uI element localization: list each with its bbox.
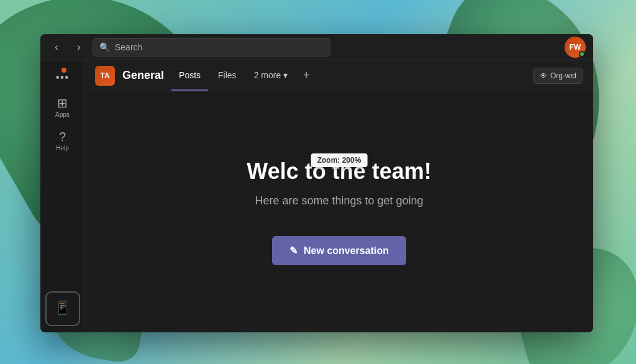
team-icon: TA: [95, 66, 115, 86]
back-icon: ‹: [55, 42, 58, 53]
new-conversation-label: New conversation: [304, 245, 389, 257]
main-area: ••• ⊞ Apps ? Help 📱 TA: [40, 60, 593, 332]
ellipsis-icon: •••: [56, 71, 70, 84]
channel-tabs: Posts Files 2 more ▾ +: [171, 60, 315, 91]
add-tab-icon: +: [303, 69, 310, 82]
phone-button[interactable]: 📱: [45, 291, 80, 326]
eye-icon: 👁: [540, 71, 547, 80]
org-wide-button[interactable]: 👁 Org-wid: [533, 68, 583, 84]
zoom-tooltip: Zoom: 200%: [311, 153, 368, 167]
sidebar-item-label-help: Help: [56, 145, 69, 152]
posts-area: Zoom: 200% Welc to the team! Here are so…: [85, 91, 593, 332]
new-conversation-button[interactable]: ✎ New conversation: [272, 236, 406, 265]
search-bar[interactable]: 🔍 Search: [93, 38, 330, 57]
content-panel: TA General Posts Files 2 more ▾ +: [85, 60, 593, 332]
sidebar-bottom: 📱: [45, 291, 80, 326]
channel-header: TA General Posts Files 2 more ▾ +: [85, 60, 593, 91]
forward-button[interactable]: ›: [70, 39, 88, 56]
search-icon: 🔍: [99, 42, 110, 52]
tab-more[interactable]: 2 more ▾: [247, 60, 296, 91]
apps-icon: ⊞: [57, 97, 68, 109]
tab-more-label: 2 more: [254, 70, 281, 80]
app-window: ‹ › 🔍 Search FW ••• ⊞ Apps: [40, 34, 593, 332]
sidebar-item-help[interactable]: ? Help: [45, 125, 80, 157]
org-wide-label: Org-wid: [550, 71, 576, 80]
avatar-initials: FW: [570, 43, 581, 52]
avatar-status-indicator: [579, 51, 585, 57]
title-bar: ‹ › 🔍 Search FW: [40, 34, 593, 60]
sidebar-more-button[interactable]: •••: [53, 66, 72, 89]
chevron-down-icon: ▾: [283, 70, 288, 80]
channel-name: General: [122, 69, 164, 82]
tab-posts[interactable]: Posts: [171, 60, 208, 91]
sidebar-item-label-apps: Apps: [55, 111, 70, 118]
forward-icon: ›: [77, 42, 80, 53]
welcome-text: Welc: [247, 158, 298, 184]
sidebar-item-apps[interactable]: ⊞ Apps: [45, 92, 80, 123]
tab-posts-label: Posts: [179, 70, 201, 80]
search-label: Search: [115, 42, 142, 52]
subtitle: Here are some things to get going: [255, 194, 423, 207]
edit-icon: ✎: [289, 245, 298, 257]
help-icon: ?: [59, 130, 66, 143]
avatar[interactable]: FW: [565, 37, 586, 58]
team-initials: TA: [100, 71, 109, 80]
sidebar: ••• ⊞ Apps ? Help 📱: [40, 60, 85, 332]
back-button[interactable]: ‹: [48, 39, 65, 56]
add-tab-button[interactable]: +: [298, 67, 315, 84]
phone-icon: 📱: [54, 301, 71, 317]
tab-files-label: Files: [218, 70, 237, 80]
tab-files[interactable]: Files: [211, 60, 244, 91]
welcome-title: Zoom: 200% Welc to the team!: [247, 158, 431, 184]
